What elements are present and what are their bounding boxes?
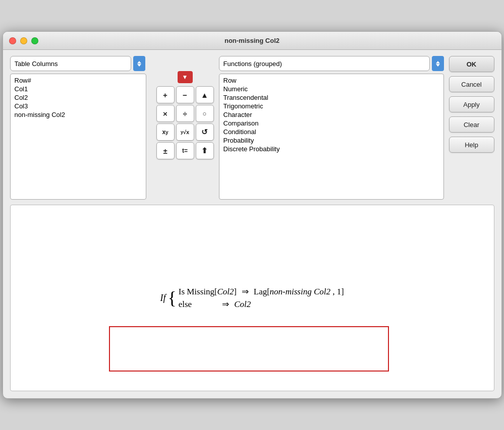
apply-button[interactable]: Apply bbox=[449, 96, 494, 112]
maximize-button[interactable] bbox=[31, 37, 38, 44]
func-list-item[interactable]: Row bbox=[221, 76, 441, 85]
condition-fn: Is Missing[Col2] bbox=[179, 287, 237, 297]
functions-arrow[interactable] bbox=[432, 56, 444, 71]
list-item[interactable]: Col3 bbox=[13, 102, 144, 110]
then-fn: Lag[non-missing Col2 , 1] bbox=[254, 287, 344, 297]
formula-area: If { Is Missing[Col2] ⇒ Lag[non-missing … bbox=[10, 205, 494, 391]
formula-expression: If { Is Missing[Col2] ⇒ Lag[non-missing … bbox=[160, 286, 344, 310]
left-panel: Table Columns Row# Col1 Col2 Col3 non-mi… bbox=[10, 56, 151, 200]
main-content: Table Columns Row# Col1 Col2 Col3 non-mi… bbox=[3, 50, 501, 398]
func-list-item[interactable]: Trigonometric bbox=[221, 102, 441, 110]
up2-btn[interactable]: ⬆ bbox=[196, 142, 214, 159]
arrow2: ⇒ bbox=[222, 299, 229, 310]
minus-btn[interactable]: − bbox=[176, 86, 194, 103]
functions-listbox[interactable]: Row Numeric Transcendental Trigonometric… bbox=[219, 74, 444, 200]
if-label: If bbox=[160, 293, 165, 303]
power-btn[interactable]: xy bbox=[156, 124, 175, 141]
list-item[interactable]: Col1 bbox=[13, 85, 144, 93]
list-item[interactable]: non-missing Col2 bbox=[13, 110, 144, 119]
formula-line-2: else ⇒ Col2 bbox=[179, 299, 344, 310]
red-arrow-button[interactable] bbox=[178, 71, 193, 83]
multiply-btn[interactable]: × bbox=[156, 105, 175, 122]
titlebar-buttons bbox=[9, 37, 38, 44]
open-brace: { bbox=[167, 289, 176, 307]
functions-dropdown-row: Functions (grouped) bbox=[219, 56, 444, 71]
action-panel: OK Cancel Apply Clear Help bbox=[449, 56, 494, 153]
top-section: Table Columns Row# Col1 Col2 Col3 non-mi… bbox=[10, 56, 494, 200]
titlebar: non-missing Col2 bbox=[3, 32, 501, 50]
cancel-button[interactable]: Cancel bbox=[449, 76, 494, 92]
up-btn[interactable]: ▲ bbox=[196, 86, 214, 103]
main-window: non-missing Col2 Table Columns Row# Col1… bbox=[3, 31, 502, 399]
formula-border-overlay bbox=[109, 326, 389, 372]
func-list-item[interactable]: Probability bbox=[221, 136, 441, 145]
functions-select[interactable]: Functions (grouped) bbox=[219, 56, 430, 71]
window-title: non-missing Col2 bbox=[225, 37, 279, 44]
table-columns-listbox[interactable]: Row# Col1 Col2 Col3 non-missing Col2 bbox=[10, 74, 146, 200]
root-btn[interactable]: y√x bbox=[176, 124, 194, 141]
minimize-button[interactable] bbox=[20, 37, 27, 44]
formula-line-1: Is Missing[Col2] ⇒ Lag[non-missing Col2 … bbox=[179, 286, 344, 297]
plus-btn[interactable]: + bbox=[156, 86, 175, 103]
teq-btn[interactable]: t= bbox=[176, 142, 194, 159]
table-columns-select[interactable]: Table Columns bbox=[10, 56, 131, 71]
table-columns-arrow[interactable] bbox=[133, 56, 145, 71]
divide-btn[interactable]: ÷ bbox=[176, 105, 194, 122]
clear-button[interactable]: Clear bbox=[449, 116, 494, 133]
refresh-btn[interactable]: ↺ bbox=[196, 124, 214, 141]
calc-btn-grid: + − ▲ × ÷ ○ xy y√x ↺ ± t= ⬆ bbox=[156, 86, 214, 159]
close-button[interactable] bbox=[9, 37, 16, 44]
list-item[interactable]: Row# bbox=[13, 76, 144, 85]
plusminus-btn[interactable]: ± bbox=[156, 142, 175, 159]
func-list-item[interactable]: Discrete Probability bbox=[221, 145, 441, 153]
arrow1: ⇒ bbox=[242, 286, 249, 297]
func-list-item[interactable]: Transcendental bbox=[221, 93, 441, 102]
func-list-item[interactable]: Numeric bbox=[221, 85, 441, 93]
else-value: Col2 bbox=[234, 299, 251, 310]
func-list-item[interactable]: Comparison bbox=[221, 119, 441, 128]
list-item[interactable]: Col2 bbox=[13, 93, 144, 102]
func-list-item[interactable]: Conditional bbox=[221, 128, 441, 136]
middle-panel: + − ▲ × ÷ ○ xy y√x ↺ ± t= ⬆ bbox=[156, 56, 214, 159]
ok-button[interactable]: OK bbox=[449, 56, 494, 72]
right-panel: Functions (grouped) Row Numeric Transcen… bbox=[219, 56, 444, 200]
formula-lines: Is Missing[Col2] ⇒ Lag[non-missing Col2 … bbox=[179, 286, 344, 310]
circle-btn[interactable]: ○ bbox=[196, 105, 214, 122]
table-columns-dropdown-row: Table Columns bbox=[10, 56, 151, 71]
func-list-item[interactable]: Character bbox=[221, 110, 441, 119]
help-button[interactable]: Help bbox=[449, 137, 494, 153]
else-label: else bbox=[179, 299, 192, 310]
